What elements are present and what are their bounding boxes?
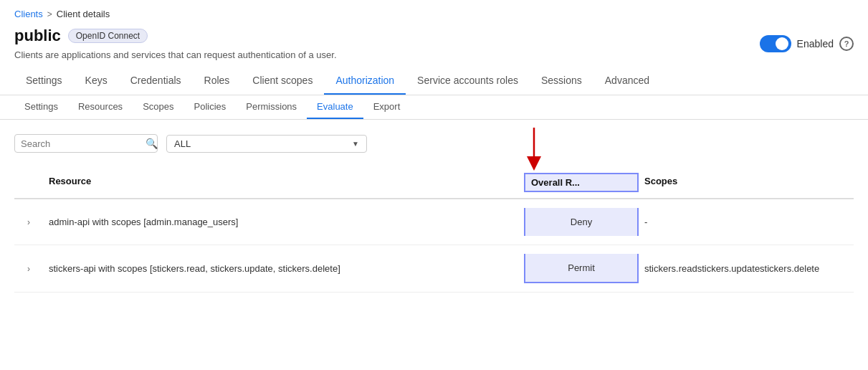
tab-auth-permissions[interactable]: Permissions [236, 95, 307, 119]
title-row: public OpenID Connect [14, 27, 337, 45]
expand-icon-row2[interactable]: › [14, 261, 43, 277]
enabled-toggle[interactable] [760, 35, 791, 52]
tab-keys[interactable]: Keys [74, 67, 119, 95]
breadcrumb-current: Client details [57, 9, 110, 19]
th-scopes: Scopes [639, 173, 854, 192]
overall-result-permit: Permit [524, 254, 639, 283]
tab-roles[interactable]: Roles [193, 67, 242, 95]
page-header: public OpenID Connect Clients are applic… [0, 24, 868, 67]
tab-auth-settings[interactable]: Settings [14, 95, 68, 119]
table-row: › stickers-api with scopes [stickers.rea… [14, 245, 854, 293]
page-title: public [14, 27, 61, 45]
tab-auth-scopes[interactable]: Scopes [133, 95, 183, 119]
page-subtitle: Clients are applications and services th… [14, 49, 337, 60]
tab-authorization[interactable]: Authorization [324, 67, 406, 95]
tab-advanced[interactable]: Advanced [593, 67, 661, 95]
tab-sessions[interactable]: Sessions [530, 67, 593, 95]
table-header: Resource Overall R... Scopes [14, 167, 854, 199]
resource-cell-row1: admin-api with scopes [admin.manage_user… [43, 214, 524, 230]
tab-service-accounts-roles[interactable]: Service accounts roles [406, 67, 530, 95]
breadcrumb-clients-link[interactable]: Clients [14, 9, 43, 19]
tab-client-scopes[interactable]: Client scopes [241, 67, 324, 95]
th-overall-result: Overall R... [524, 173, 639, 192]
filter-row: 🔍 ALL ▼ [14, 134, 854, 153]
all-dropdown[interactable]: ALL ▼ [166, 135, 367, 153]
th-expand [14, 173, 43, 192]
tab-settings[interactable]: Settings [14, 67, 74, 95]
oidc-badge: OpenID Connect [68, 29, 148, 43]
page-header-left: public OpenID Connect Clients are applic… [14, 27, 337, 60]
dropdown-value: ALL [174, 138, 346, 149]
overall-result-deny: Deny [524, 208, 639, 236]
tab-auth-policies[interactable]: Policies [184, 95, 237, 119]
secondary-tabs: Settings Resources Scopes Policies Permi… [0, 95, 868, 120]
tab-auth-resources[interactable]: Resources [68, 95, 133, 119]
breadcrumb-separator: > [47, 9, 52, 19]
scopes-cell-row2: stickers.readstickers.updatestickers.del… [639, 260, 854, 277]
tab-auth-export[interactable]: Export [363, 95, 411, 119]
enabled-label: Enabled [797, 38, 834, 49]
chevron-down-icon: ▼ [352, 140, 359, 148]
content-area: 🔍 ALL ▼ Resource Overall R... Scopes › [0, 120, 868, 307]
expand-icon-row1[interactable]: › [14, 214, 43, 230]
search-wrapper: 🔍 [14, 134, 158, 153]
results-table: Resource Overall R... Scopes › admin-api… [14, 167, 854, 293]
breadcrumb: Clients > Client details [0, 0, 868, 24]
help-icon[interactable]: ? [839, 37, 854, 51]
th-resource: Resource [43, 173, 524, 192]
header-right: Enabled ? [760, 35, 854, 52]
resource-cell-row2: stickers-api with scopes [stickers.read,… [43, 260, 524, 277]
table-row: › admin-api with scopes [admin.manage_us… [14, 199, 854, 245]
search-icon[interactable]: 🔍 [146, 138, 158, 149]
scopes-cell-row1: - [639, 214, 854, 230]
primary-tabs: Settings Keys Credentials Roles Client s… [0, 67, 868, 95]
tab-credentials[interactable]: Credentials [119, 67, 193, 95]
search-input[interactable] [21, 138, 141, 149]
tab-auth-evaluate[interactable]: Evaluate [307, 95, 363, 119]
